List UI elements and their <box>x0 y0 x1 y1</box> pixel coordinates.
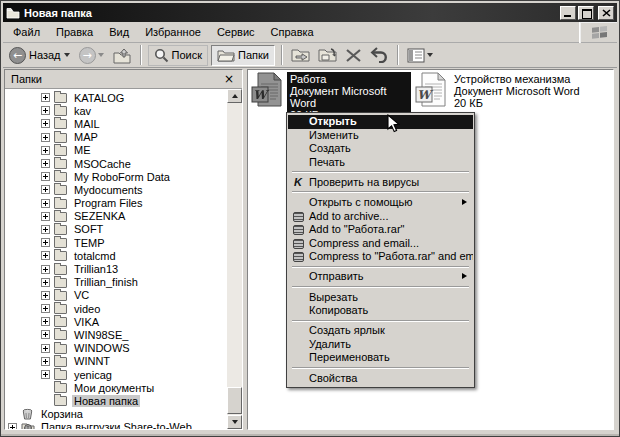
views-button[interactable] <box>405 47 437 64</box>
expand-plus-icon[interactable] <box>41 370 50 379</box>
tree-item[interactable]: TEMP <box>5 236 227 249</box>
expand-plus-icon[interactable] <box>41 119 50 128</box>
scroll-thumb[interactable] <box>227 387 242 414</box>
tree-item[interactable]: ME <box>5 144 227 157</box>
context-menu-item[interactable]: Изменить <box>288 129 473 143</box>
folders-pane-close-icon[interactable]: × <box>222 73 236 85</box>
expand-plus-icon[interactable] <box>8 423 17 429</box>
search-button[interactable]: Поиск <box>148 45 208 66</box>
tree-item[interactable]: My RoboForm Data <box>5 170 227 183</box>
scroll-up-icon[interactable] <box>227 89 242 103</box>
expand-plus-icon[interactable] <box>41 304 50 313</box>
tree-item-label: WINNT <box>72 355 112 367</box>
context-menu-item[interactable]: Открыть с помощью <box>288 196 473 210</box>
tree-item[interactable]: WINNT <box>5 355 227 368</box>
context-menu-item[interactable]: Создать ярлык <box>288 324 473 338</box>
menu-item[interactable]: Избранное <box>137 23 209 41</box>
minimize-button[interactable] <box>560 6 576 20</box>
tree-item[interactable]: WIN98SE_ <box>5 328 227 341</box>
context-menu-item[interactable]: Compress to "Работа.rar" and email <box>288 250 473 264</box>
expand-plus-icon[interactable] <box>41 251 50 260</box>
menu-item[interactable]: Файл <box>5 23 48 41</box>
tree-item[interactable]: Trillian13 <box>5 262 227 275</box>
expand-plus-icon[interactable] <box>41 357 50 366</box>
maximize-button[interactable] <box>578 6 594 20</box>
expand-plus-icon[interactable] <box>41 278 50 287</box>
expand-plus-icon[interactable] <box>41 344 50 353</box>
menu-item[interactable]: Правка <box>48 23 101 41</box>
tree-item[interactable]: Trillian_finish <box>5 276 227 289</box>
tree-item[interactable]: yenicag <box>5 368 227 381</box>
folder-icon <box>54 106 67 116</box>
tree-item[interactable]: KATALOG <box>5 91 227 104</box>
tree-item[interactable]: Корзина <box>5 408 227 421</box>
context-menu-item[interactable]: Отправить <box>288 270 473 284</box>
back-button[interactable]: ← Назад <box>7 46 74 65</box>
context-menu-item[interactable]: Свойства <box>288 372 473 386</box>
context-menu-item[interactable]: Печать <box>288 156 473 170</box>
expand-plus-icon[interactable] <box>41 317 50 326</box>
expand-plus-icon[interactable] <box>41 330 50 339</box>
folder-icon <box>54 330 67 340</box>
tree-item[interactable]: SOFT <box>5 223 227 236</box>
tree-item[interactable]: kav <box>5 104 227 117</box>
expand-plus-icon[interactable] <box>41 212 50 221</box>
expand-plus-icon[interactable] <box>41 106 50 115</box>
context-menu-item[interactable]: Add to archive... <box>288 210 473 224</box>
context-menu-item[interactable]: Add to "Работа.rar" <box>288 223 473 237</box>
expand-plus-icon[interactable] <box>41 172 50 181</box>
expand-plus-icon[interactable] <box>41 93 50 102</box>
undo-button[interactable] <box>367 46 391 64</box>
tree-item[interactable]: VIKA <box>5 315 227 328</box>
file-tile[interactable]: WУстройство механизмаДокумент Microsoft … <box>415 72 583 110</box>
expand-plus-icon[interactable] <box>41 146 50 155</box>
tree-item[interactable]: Мои документы <box>5 381 227 394</box>
tree-item[interactable]: Mydocuments <box>5 183 227 196</box>
expand-plus-icon[interactable] <box>41 225 50 234</box>
tree-item[interactable]: video <box>5 302 227 315</box>
tree-item[interactable]: MAP <box>5 131 227 144</box>
tree-item[interactable]: MAIL <box>5 117 227 130</box>
menu-item[interactable]: Сервис <box>209 23 263 41</box>
context-menu-item[interactable]: Вырезать <box>288 291 473 305</box>
menu-item[interactable]: Справка <box>263 23 322 41</box>
move-to-button[interactable] <box>289 46 313 64</box>
folders-button[interactable]: Папки <box>211 45 275 66</box>
expand-plus-icon[interactable] <box>41 199 50 208</box>
up-button[interactable] <box>111 46 134 65</box>
context-menu-item[interactable]: Удалить <box>288 338 473 352</box>
context-menu-item[interactable]: Открыть <box>288 115 473 129</box>
context-menu-item[interactable]: Compress and email... <box>288 237 473 251</box>
expand-plus-icon[interactable] <box>41 291 50 300</box>
context-menu-item[interactable]: KПроверить на вирусы <box>288 176 473 190</box>
forward-dropdown-icon[interactable] <box>98 53 104 57</box>
close-button[interactable] <box>598 6 614 20</box>
expand-plus-icon[interactable] <box>41 238 50 247</box>
expand-plus-icon[interactable] <box>41 265 50 274</box>
tree-item[interactable]: totalcmd <box>5 249 227 262</box>
delete-button[interactable] <box>343 47 364 64</box>
tree-item[interactable]: WINDOWS <box>5 342 227 355</box>
folder-icon <box>54 199 67 209</box>
context-menu-item-label: Удалить <box>309 338 351 350</box>
copy-to-button[interactable] <box>316 46 340 64</box>
tree-item[interactable]: SEZENKA <box>5 210 227 223</box>
tree-item[interactable]: MSOCache <box>5 157 227 170</box>
context-menu-item[interactable]: Создать <box>288 142 473 156</box>
context-menu-item[interactable]: Копировать <box>288 304 473 318</box>
expand-plus-icon[interactable] <box>41 185 50 194</box>
expand-plus-icon[interactable] <box>41 133 50 142</box>
context-menu-item[interactable]: Переименовать <box>288 351 473 365</box>
tree-item[interactable]: VC <box>5 289 227 302</box>
menu-item[interactable]: Вид <box>101 23 137 41</box>
tree-item[interactable]: Program Files <box>5 197 227 210</box>
expand-plus-icon[interactable] <box>41 159 50 168</box>
context-menu-item-label: Вырезать <box>309 291 358 303</box>
tree-item[interactable]: Папка выгрузки Share-to-Web <box>5 421 227 429</box>
tree-scrollbar[interactable] <box>227 89 242 429</box>
scroll-down-icon[interactable] <box>227 415 242 429</box>
back-dropdown-icon[interactable] <box>64 53 70 57</box>
forward-button[interactable]: → <box>77 46 108 65</box>
tree-item[interactable]: Новая папка <box>5 394 227 407</box>
views-dropdown-icon[interactable] <box>427 53 433 57</box>
